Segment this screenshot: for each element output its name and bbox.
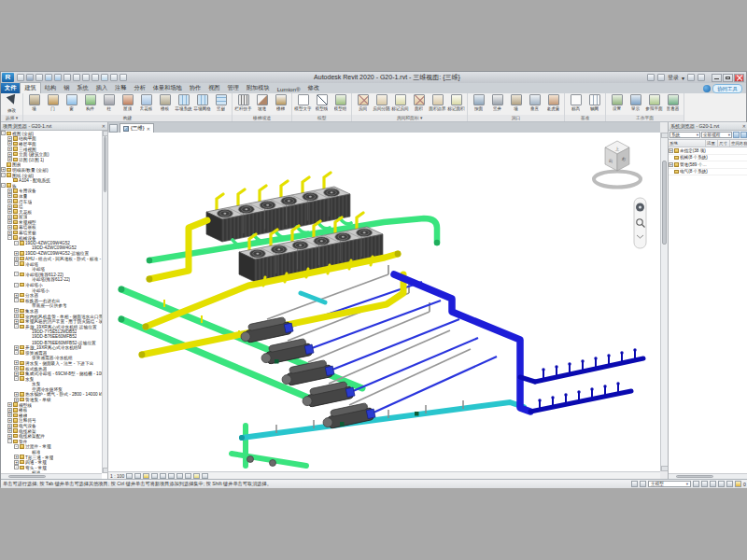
ribbon-tab[interactable]: 视图: [204, 83, 223, 93]
tree-expander[interactable]: +: [14, 371, 19, 376]
tree-expander[interactable]: -: [14, 272, 19, 276]
tree-expander[interactable]: +: [7, 189, 12, 193]
tree-expander[interactable]: +: [7, 199, 12, 203]
scroll-thumb[interactable]: [104, 136, 106, 192]
tree-expander[interactable]: +: [7, 424, 12, 428]
tree-expander[interactable]: +: [14, 460, 19, 465]
view-control-icon[interactable]: [126, 473, 133, 479]
qat-icon[interactable]: [63, 74, 71, 81]
maximize-button[interactable]: [723, 74, 733, 82]
qat-icon[interactable]: [110, 74, 118, 81]
tree-expander[interactable]: +: [7, 434, 12, 439]
system-browser-header[interactable]: 系统浏览器 - G20-1.rvt ✕: [669, 122, 747, 131]
tree-expander[interactable]: +: [14, 251, 19, 256]
ribbon-button[interactable]: 标记房间: [391, 94, 409, 111]
tree-expander[interactable]: +: [14, 455, 19, 459]
view-control-icon[interactable]: [143, 473, 149, 479]
key-icon[interactable]: [647, 74, 655, 81]
tree-expander[interactable]: +: [7, 418, 12, 423]
ribbon-button[interactable]: 栏杆扶手: [234, 94, 252, 111]
tree-expander[interactable]: +: [7, 225, 12, 230]
tree-expander[interactable]: +: [14, 319, 19, 324]
project-browser-vscrollbar[interactable]: [102, 131, 107, 473]
tree-expander[interactable]: -: [14, 261, 19, 266]
tree-expander[interactable]: -: [14, 298, 19, 302]
qat-icon[interactable]: [26, 74, 34, 81]
project-browser-header[interactable]: 项目浏览器 - G20-1.rvt ✕: [1, 122, 107, 131]
view-control-icon[interactable]: [193, 473, 200, 479]
ribbon-button[interactable]: 天花板: [137, 94, 155, 111]
ribbon-tab[interactable]: 钢: [60, 83, 73, 93]
view-control-icon[interactable]: [185, 473, 191, 479]
ribbon-button[interactable]: 查看器: [664, 94, 682, 111]
revit-app-menu[interactable]: R: [2, 73, 14, 82]
qat-icon[interactable]: [73, 74, 80, 81]
tree-expander[interactable]: +: [7, 231, 12, 235]
qat-icon[interactable]: [54, 74, 62, 81]
selection-toggle-icon[interactable]: [710, 481, 716, 487]
design-option-dropdown[interactable]: 主模型▾: [648, 481, 691, 487]
selection-toggle-icon[interactable]: [718, 481, 725, 487]
close-icon[interactable]: ✕: [102, 123, 106, 129]
ribbon-tab[interactable]: 系统: [73, 83, 92, 93]
ribbon-button[interactable]: 模型组: [331, 94, 349, 111]
ribbon-button[interactable]: 老虎窗: [544, 94, 562, 111]
app-store-icon[interactable]: [687, 74, 695, 81]
view-control-icon[interactable]: [134, 473, 141, 479]
tree-expander[interactable]: +: [7, 219, 12, 224]
tree-expander[interactable]: +: [669, 148, 673, 153]
selection-toggle-icon[interactable]: [726, 481, 733, 487]
status-icon[interactable]: [631, 481, 638, 487]
close-icon[interactable]: ✕: [147, 126, 150, 132]
tree-expander[interactable]: +: [7, 141, 12, 146]
tree-expander[interactable]: +: [14, 293, 19, 298]
tree-expander[interactable]: -: [14, 324, 19, 329]
ribbon-button[interactable]: 楼梯: [272, 94, 289, 111]
navigation-bar[interactable]: [634, 198, 646, 248]
discipline-filter-dropdown[interactable]: 全部规程▾: [701, 132, 732, 138]
ribbon-button[interactable]: 面积边界: [429, 94, 446, 111]
tree-expander[interactable]: -: [14, 241, 19, 245]
tree-expander[interactable]: -: [14, 465, 19, 469]
viewcube-top-label[interactable]: 上: [615, 147, 620, 151]
viewcube-front-label[interactable]: 前: [609, 159, 613, 163]
view-filter-dropdown[interactable]: 系统▾: [669, 132, 700, 138]
ribbon-tab[interactable]: Lumion®: [274, 85, 304, 93]
help-icon[interactable]: [698, 74, 705, 81]
scroll-thumb[interactable]: [662, 161, 667, 245]
viewcube[interactable]: 上 前 右: [594, 141, 641, 188]
tree-expander[interactable]: +: [14, 392, 19, 397]
qat-icon[interactable]: [17, 74, 24, 81]
ribbon-button[interactable]: 幕墙网格: [193, 94, 211, 111]
tree-expander[interactable]: +: [7, 402, 12, 407]
ribbon-button[interactable]: 垂直: [526, 94, 543, 111]
qat-icon[interactable]: [92, 74, 99, 81]
canvas-vscrollbar[interactable]: [660, 133, 668, 471]
column-header[interactable]: 尺寸: [718, 140, 730, 147]
ribbon-tab[interactable]: 注释: [111, 83, 130, 93]
addon-badge[interactable]: 协同工具: [712, 84, 742, 93]
ribbon-button[interactable]: 竖梃: [212, 94, 230, 111]
chevron-down-icon[interactable]: ▾: [682, 75, 684, 81]
tree-expander[interactable]: +: [14, 345, 19, 350]
qat-icon[interactable]: [45, 74, 52, 81]
tree-expander[interactable]: -: [7, 235, 12, 240]
ribbon-tab[interactable]: 建筑: [20, 82, 40, 93]
qat-icon[interactable]: [101, 74, 108, 81]
tree-item[interactable]: - 开放_19XR离心式冷水机组 运输位置: [1, 324, 102, 329]
ribbon-button[interactable]: 楼板: [156, 94, 174, 111]
column-header[interactable]: 系统: [669, 140, 706, 147]
ribbon-tab[interactable]: 分析: [130, 83, 148, 93]
tree-item[interactable]: + 潜水泵 - 侧面吸入 - 法兰 - 下进下出: [1, 360, 102, 366]
minimize-button[interactable]: [712, 74, 722, 82]
ribbon-button[interactable]: 设置: [608, 94, 626, 111]
view-control-icon[interactable]: [151, 473, 158, 479]
scroll-thumb[interactable]: [676, 475, 713, 478]
sign-in-label[interactable]: 登录: [668, 74, 679, 82]
tree-expander[interactable]: -: [14, 350, 19, 355]
ribbon-button[interactable]: 竖井: [488, 94, 506, 111]
ribbon-tab[interactable]: 体量和场地: [149, 83, 186, 93]
ribbon-button[interactable]: 墙: [25, 94, 43, 111]
tree-expander[interactable]: +: [7, 209, 12, 214]
column-header[interactable]: 空间名称: [730, 140, 747, 147]
